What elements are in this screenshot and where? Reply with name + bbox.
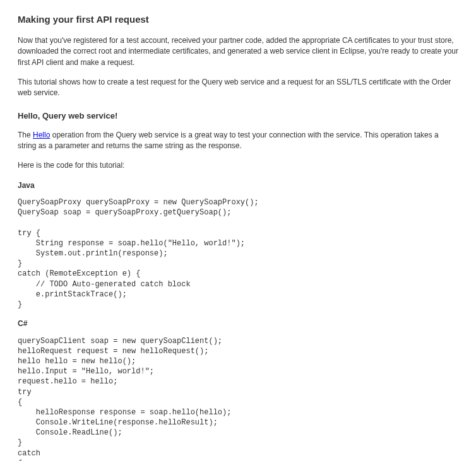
- text-pre-link: The: [18, 131, 33, 139]
- text-post-link: operation from the Query web service is …: [18, 131, 439, 150]
- section-paragraph-1: The Hello operation from the Query web s…: [18, 130, 458, 152]
- csharp-code-block: querySoapClient soap = new querySoapClie…: [18, 336, 458, 461]
- java-code-block: QuerySoapProxy querySoapProxy = new Quer…: [18, 197, 458, 310]
- intro-paragraph-1: Now that you've registered for a test ac…: [18, 35, 458, 68]
- intro-paragraph-2: This tutorial shows how to create a test…: [18, 77, 458, 99]
- section-heading-hello-query: Hello, Query web service!: [18, 110, 458, 122]
- hello-link[interactable]: Hello: [33, 131, 50, 139]
- page-title: Making your first API request: [18, 13, 458, 26]
- csharp-heading: C#: [18, 318, 458, 329]
- java-heading: Java: [18, 180, 458, 191]
- section-paragraph-2: Here is the code for this tutorial:: [18, 160, 458, 171]
